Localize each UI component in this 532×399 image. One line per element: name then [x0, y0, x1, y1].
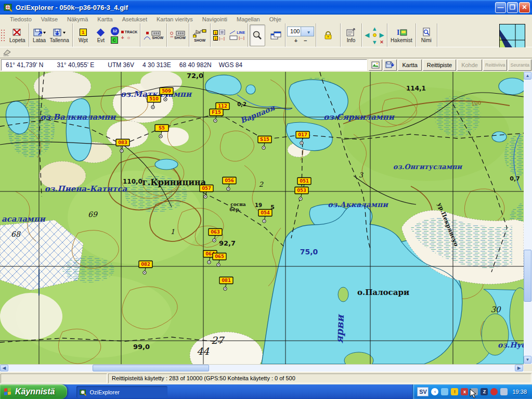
- svg-text:081: 081: [222, 278, 231, 283]
- map-label: оз.Валкиалампи: [41, 112, 117, 122]
- tab-seuranta[interactable]: Seuranta: [508, 59, 531, 71]
- info-icon: [346, 27, 356, 37]
- map-label: 110,0: [123, 178, 142, 185]
- taskbar: Käynnistä OziExplorer SV ‹!xZ 19:38: [0, 384, 532, 399]
- lock-button[interactable]: [318, 24, 339, 46]
- info-button[interactable]: Info: [342, 24, 360, 46]
- vertical-scrollbar[interactable]: ▲ ▼: [524, 72, 532, 364]
- track-control-button[interactable]: TRACK + ○: [120, 30, 139, 41]
- menu-magellan[interactable]: Magellan: [232, 16, 265, 22]
- scroll-up-icon[interactable]: ▲: [524, 72, 531, 80]
- menu-n-kym-[interactable]: Näkymä: [62, 16, 93, 22]
- tab-reittiviiva[interactable]: Reittiviiva: [483, 59, 508, 71]
- map-label: оз.Нус: [498, 341, 524, 350]
- utm-zone-value: UTM 36V: [108, 61, 134, 69]
- protection-icon[interactable]: [490, 388, 498, 395]
- tab-kohde[interactable]: Kohde: [457, 59, 482, 71]
- load-button[interactable]: Lataa: [31, 24, 48, 46]
- custom-point-button[interactable]: C: [111, 36, 118, 44]
- zoom-level-select[interactable]: 100 ▼: [287, 27, 314, 36]
- show-routes-button[interactable]: SHOW: [191, 24, 209, 46]
- windows-logo-icon: [4, 388, 12, 396]
- menu-kartta[interactable]: Kartta: [93, 16, 117, 22]
- map-comment-button[interactable]: 12: [111, 27, 119, 35]
- language-indicator[interactable]: SV: [417, 387, 429, 396]
- pan-left-icon: ◀: [365, 32, 369, 38]
- index-button[interactable]: I Hakemist: [389, 24, 414, 46]
- screenshot-button[interactable]: [369, 59, 382, 71]
- display-icon[interactable]: [500, 388, 508, 395]
- map-label: 69: [88, 210, 98, 218]
- stop-map-button[interactable]: Lopeta: [8, 24, 27, 46]
- map-label: 0,2: [237, 101, 246, 107]
- map-windows-button[interactable]: [268, 24, 283, 46]
- svg-text:063: 063: [211, 229, 220, 235]
- map-canvas[interactable]: 72,0оз.МаткалампиВарпаояоз.Сяркилампи114…: [0, 72, 524, 364]
- menu-navigointi[interactable]: Navigointi: [198, 16, 232, 22]
- waypoint-distance-button[interactable]: 1|↔|: [213, 36, 225, 41]
- horizontal-scroll-thumb[interactable]: [93, 365, 209, 371]
- menu-asetukset[interactable]: Asetukset: [118, 16, 152, 22]
- map-label: 27: [211, 334, 225, 346]
- scroll-right-icon[interactable]: ▶: [515, 365, 523, 371]
- vertical-scroll-thumb[interactable]: [524, 250, 531, 302]
- map-label: 92,7: [219, 239, 236, 247]
- pan-down-icon: ▼: [372, 39, 378, 45]
- map-label: оз.Аккалампи: [328, 200, 388, 209]
- horizontal-scrollbar[interactable]: ◀ ▶: [0, 364, 524, 371]
- title-bar: OziExplorer - 050k--p36-076-3_4.gif — ❐ …: [0, 0, 532, 15]
- antivirus-icon[interactable]: Z: [481, 388, 488, 395]
- show-track-button[interactable]: SHOW: [142, 24, 165, 46]
- latitude-value: 61° 41,739' N: [6, 61, 43, 69]
- zoom-dropdown-icon[interactable]: ▼: [301, 27, 314, 36]
- line-tool-button[interactable]: LINE: [229, 30, 245, 34]
- event-button[interactable]: Evt: [92, 24, 110, 46]
- menu-ohje[interactable]: Ohje: [265, 16, 286, 22]
- name-search-icon: [421, 27, 432, 37]
- tab-kartta[interactable]: Kartta: [398, 59, 421, 71]
- svg-text:S5: S5: [159, 125, 165, 131]
- map-label: 19: [255, 202, 262, 208]
- taskbar-item-oziexplorer[interactable]: OziExplorer: [76, 386, 167, 398]
- minimize-button[interactable]: —: [495, 2, 506, 13]
- security-alert-icon[interactable]: !: [451, 388, 458, 395]
- map-label: 114,1: [406, 85, 426, 92]
- network-error-icon[interactable]: x: [461, 388, 468, 395]
- menu-valitse[interactable]: Valitse: [36, 16, 62, 22]
- tab-reittipiste[interactable]: Reittipiste: [423, 59, 456, 71]
- zoom-out-button[interactable]: −: [304, 37, 307, 44]
- svg-text:054: 054: [261, 210, 270, 215]
- scroll-left-icon[interactable]: ◀: [0, 365, 8, 371]
- pan-close-icon: ✕: [380, 40, 384, 45]
- menu-kartan-vieritys[interactable]: Kartan vieritys: [152, 16, 198, 22]
- pan-control[interactable]: ▲ ◀▶ ▼✕: [364, 25, 385, 45]
- menu-tiedosto[interactable]: Tiedosto: [5, 16, 36, 22]
- map-label: 99,0: [133, 343, 150, 351]
- zoom-in-button[interactable]: +: [294, 37, 297, 44]
- scrollbar-corner: [524, 364, 532, 371]
- toolbar-drag-handle[interactable]: [0, 23, 6, 47]
- magnify-button[interactable]: [250, 24, 265, 46]
- measure-icon[interactable]: [3, 48, 12, 57]
- load-icon: [33, 27, 46, 37]
- save-position-button[interactable]: [383, 59, 397, 71]
- start-button[interactable]: Käynnistä: [0, 384, 67, 399]
- waypoint-list-button[interactable]: 1: [213, 30, 225, 35]
- ruler-tool-button[interactable]: |↔|: [229, 35, 245, 40]
- close-button[interactable]: ✕: [519, 2, 530, 13]
- datum-value: WGS 84: [219, 61, 242, 69]
- svg-text:509: 509: [162, 88, 171, 94]
- map-label: оз.Пиена-Катитса: [45, 184, 127, 194]
- show-waypoints-button[interactable]: °°SHOW: [168, 24, 187, 46]
- map-label: бер.: [229, 207, 240, 212]
- map-area: 72,0оз.МаткалампиВарпаояоз.Сяркилампи114…: [0, 72, 532, 371]
- waypoint-button[interactable]: 1 Wpt: [74, 24, 92, 46]
- network-status-icon[interactable]: [441, 388, 448, 395]
- taskbar-app-icon: [80, 389, 87, 396]
- taskbar-clock[interactable]: 19:38: [512, 389, 527, 395]
- tray-chevron-icon[interactable]: ‹: [431, 388, 438, 395]
- scroll-down-icon[interactable]: ▼: [524, 356, 531, 364]
- restore-button[interactable]: ❐: [507, 2, 518, 13]
- save-button[interactable]: Tallenna: [48, 24, 71, 46]
- name-search-button[interactable]: Nimi: [418, 24, 435, 46]
